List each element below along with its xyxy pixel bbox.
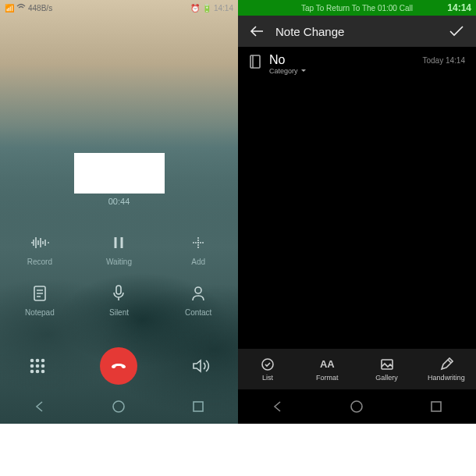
return-to-call-label: Tap To Return To The 01:00 Call	[301, 4, 413, 12]
svg-point-7	[36, 365, 38, 368]
note-header: Note Change	[238, 16, 476, 47]
header-title: Note Change	[275, 25, 437, 38]
svg-point-6	[30, 365, 33, 368]
battery-icon: 🔋	[202, 4, 211, 12]
gallery-button[interactable]: Gallery	[357, 349, 417, 389]
alarm-icon: ⏰	[190, 4, 200, 12]
speaker-icon	[191, 357, 210, 375]
dialpad-button[interactable]	[26, 354, 49, 378]
svg-rect-1	[116, 286, 121, 294]
home-nav-icon[interactable]	[349, 399, 364, 414]
add-call-button[interactable]: Add	[158, 233, 238, 266]
speaker-button[interactable]	[189, 354, 212, 378]
svg-point-10	[36, 371, 38, 373]
svg-point-5	[41, 360, 44, 362]
note-date: Today 14:14	[423, 56, 466, 65]
list-check-icon	[261, 357, 275, 371]
confirm-button[interactable]	[448, 25, 465, 37]
svg-point-9	[30, 371, 33, 373]
waiting-button[interactable]: Waiting	[80, 233, 159, 266]
dialpad-icon	[29, 357, 46, 375]
svg-rect-18	[432, 402, 441, 411]
nav-bar-left	[0, 389, 238, 424]
contacts-button[interactable]: Contact	[158, 283, 238, 317]
back-arrow-icon[interactable]	[249, 25, 265, 37]
status-time: 14:14	[214, 4, 233, 12]
format-button[interactable]: AA Format	[297, 349, 357, 389]
note-icon	[30, 283, 50, 304]
note-editor-screen: Tap To Return To The 01:00 Call 14:14 No…	[238, 0, 476, 424]
recent-nav-icon[interactable]	[428, 399, 444, 414]
notebook-icon	[249, 55, 261, 69]
nav-bar-right	[238, 389, 476, 424]
recent-nav-icon[interactable]	[190, 399, 206, 414]
handwriting-button[interactable]: Handwriting	[417, 349, 476, 389]
network-speed: 448B/s	[28, 4, 52, 12]
pen-icon	[439, 357, 453, 371]
svg-rect-13	[194, 402, 203, 411]
pause-icon	[108, 233, 129, 253]
category-label: Category	[269, 67, 298, 75]
signal-icon: 📶	[5, 4, 14, 12]
svg-point-11	[41, 371, 44, 373]
font-icon: AA	[320, 357, 335, 371]
hangup-icon	[108, 356, 129, 376]
list-button[interactable]: List	[238, 349, 297, 389]
contact-photo	[74, 153, 165, 194]
svg-point-2	[195, 287, 201, 293]
svg-point-4	[36, 360, 38, 362]
category-dropdown[interactable]: Category	[269, 67, 415, 75]
svg-point-17	[351, 401, 362, 412]
note-toolbar: List AA Format Gallery Handwriting	[238, 349, 476, 389]
mic-icon	[108, 283, 129, 304]
svg-point-12	[113, 401, 124, 412]
note-meta: No Category Today 14:14	[238, 47, 476, 81]
plus-icon	[188, 233, 208, 253]
call-screen: 📶 448B/s ⏰ 🔋 14:14 00:44 Record Waiting	[0, 0, 238, 424]
status-bar-left: 📶 448B/s ⏰ 🔋 14:14	[0, 0, 238, 16]
status-time-right: 14:14	[447, 2, 471, 13]
home-nav-icon[interactable]	[111, 399, 126, 414]
call-timer: 00:44	[108, 197, 130, 206]
person-icon	[188, 283, 208, 304]
mute-button[interactable]: Silent	[80, 283, 159, 317]
svg-rect-14	[250, 55, 260, 68]
svg-point-3	[30, 360, 33, 362]
notepad-button[interactable]: Notepad	[0, 283, 80, 317]
back-nav-icon[interactable]	[270, 399, 286, 414]
svg-point-8	[41, 365, 44, 368]
end-call-button[interactable]	[100, 347, 137, 385]
wifi-icon	[16, 3, 26, 12]
chevron-down-icon	[300, 69, 307, 73]
image-icon	[380, 357, 394, 371]
note-title[interactable]: No	[269, 53, 415, 67]
back-nav-icon[interactable]	[32, 399, 48, 414]
return-to-call-bar[interactable]: Tap To Return To The 01:00 Call 14:14	[238, 0, 476, 16]
record-button[interactable]: Record	[0, 233, 80, 266]
waveform-icon	[30, 233, 50, 253]
